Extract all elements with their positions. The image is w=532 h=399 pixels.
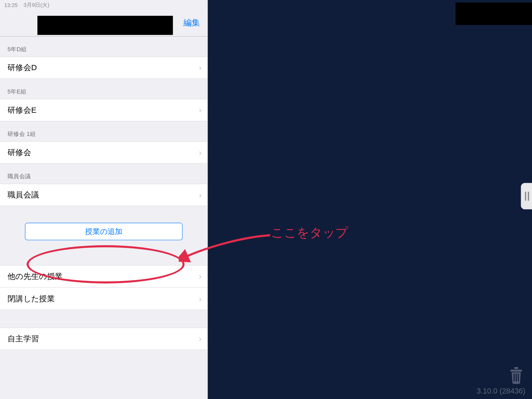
svg-rect-3 xyxy=(516,374,517,381)
section-header: 職員会議 xyxy=(0,164,207,184)
annotation-text: ここをタップ xyxy=(271,224,348,242)
list-item-others[interactable]: 他の先生の授業 › xyxy=(0,265,207,288)
list-item-label: 自主学習 xyxy=(8,333,39,344)
trash-icon[interactable] xyxy=(508,366,524,384)
list-item-label: 研修会 xyxy=(8,147,31,158)
content-pane: 3.10.0 (28436) xyxy=(208,0,532,399)
redacted-title xyxy=(37,16,173,35)
chevron-right-icon: › xyxy=(199,63,202,72)
chevron-right-icon: › xyxy=(199,148,202,157)
section-header: 5年D組 xyxy=(0,37,207,57)
svg-rect-2 xyxy=(514,374,515,381)
list-item-label: 職員会議 xyxy=(8,190,39,201)
side-handle[interactable] xyxy=(521,183,532,209)
chevron-right-icon: › xyxy=(199,190,202,200)
chevron-right-icon: › xyxy=(199,272,202,281)
add-class-section: 授業の追加 xyxy=(0,206,207,265)
status-bar: 13:25 3月9日(火) xyxy=(0,0,207,9)
svg-rect-4 xyxy=(518,374,519,381)
list-item[interactable]: 研修会 › xyxy=(0,141,207,164)
list-item[interactable]: 研修会E › xyxy=(0,99,207,121)
chevron-right-icon: › xyxy=(199,105,202,115)
list-item-label: 閉講した授業 xyxy=(8,293,55,304)
add-class-button[interactable]: 授業の追加 xyxy=(25,223,182,240)
list-item[interactable]: 研修会D › xyxy=(0,57,207,79)
list-item-label: 研修会E xyxy=(8,105,37,116)
svg-rect-0 xyxy=(510,370,522,372)
sidebar: 13:25 3月9日(火) 編集 5年D組 研修会D › 5年E組 研修会E ›… xyxy=(0,0,208,399)
nav-bar: 編集 xyxy=(0,9,207,37)
list-item[interactable]: 職員会議 › xyxy=(0,184,207,206)
status-time: 13:25 xyxy=(4,2,18,8)
version-label: 3.10.0 (28436) xyxy=(477,387,525,396)
edit-button[interactable]: 編集 xyxy=(183,17,200,28)
list-item-selfstudy[interactable]: 自主学習 › xyxy=(0,328,207,350)
redacted-block-right xyxy=(456,3,532,25)
list-item-label: 研修会D xyxy=(8,62,37,73)
list-item-closed[interactable]: 閉講した授業 › xyxy=(0,288,207,310)
status-date: 3月9日(火) xyxy=(23,1,49,9)
section-header: 研修会 1組 xyxy=(0,121,207,141)
section-header: 5年E組 xyxy=(0,79,207,99)
chevron-right-icon: › xyxy=(199,294,202,303)
svg-rect-1 xyxy=(514,367,518,369)
class-list: 5年D組 研修会D › 5年E組 研修会E › 研修会 1組 研修会 › 職員会… xyxy=(0,37,207,399)
chevron-right-icon: › xyxy=(199,334,202,344)
list-item-label: 他の先生の授業 xyxy=(8,271,63,282)
